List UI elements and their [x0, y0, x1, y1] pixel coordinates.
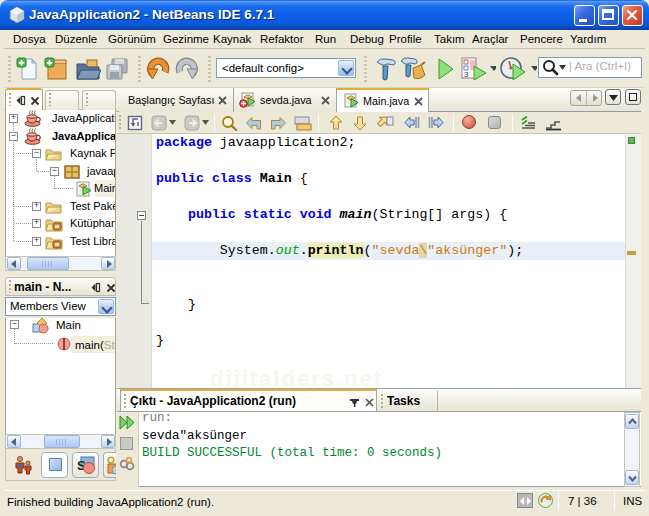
svg-text:3: 3: [464, 70, 469, 79]
